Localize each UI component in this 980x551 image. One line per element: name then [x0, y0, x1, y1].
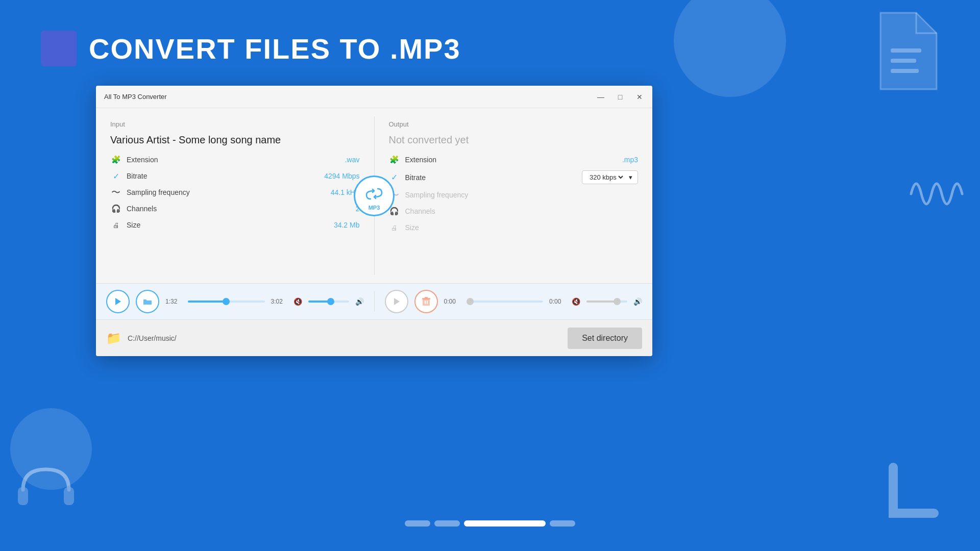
svg-rect-9	[425, 297, 428, 298]
svg-rect-0	[891, 48, 921, 53]
input-extension-row: 🧩 Extension .wav	[110, 154, 360, 165]
window-title: All To MP3 Converter	[104, 93, 167, 101]
input-volume-track[interactable]	[308, 300, 349, 303]
footer-bar: 📁 C://User/music/ Set directory	[96, 319, 652, 356]
output-total-time: 0:00	[549, 298, 566, 305]
input-size-label: Size	[127, 221, 334, 229]
input-bitrate-label: Bitrate	[127, 172, 324, 180]
svg-rect-1	[891, 59, 916, 63]
output-size-row: 🖨 Size	[389, 222, 639, 233]
output-delete-button[interactable]	[414, 290, 438, 313]
channels-icon: 🎧	[110, 203, 121, 214]
input-channels-row: 🎧 Channels 2	[110, 203, 360, 214]
panels-container: Input Various Artist - Some long song na…	[96, 108, 652, 283]
output-speaker-icon[interactable]: 🔊	[633, 297, 642, 306]
bitrate-dropdown[interactable]: 128 kbps 192 kbps 256 kbps 320 kbps ▾	[582, 170, 638, 184]
svg-rect-3	[18, 487, 28, 505]
input-sampling-row: 〜 Sampling frequency 44.1 kHZ	[110, 187, 360, 198]
page-dot-3-active[interactable]	[464, 520, 546, 527]
pagination	[405, 520, 575, 527]
directory-path: C://User/music/	[128, 334, 561, 342]
output-channels-row: 🎧 Channels	[389, 206, 639, 217]
page-dot-4[interactable]	[550, 520, 575, 527]
output-size-icon: 🖨	[389, 222, 400, 233]
input-folder-button[interactable]	[136, 290, 159, 313]
footer-folder-icon: 📁	[106, 331, 121, 345]
bitrate-select-input[interactable]: 128 kbps 192 kbps 256 kbps 320 kbps	[587, 173, 625, 182]
extension-icon: 🧩	[110, 154, 121, 165]
output-extension-icon: 🧩	[389, 154, 400, 165]
maximize-button[interactable]: □	[616, 92, 625, 102]
output-sampling-row: 〜 Sampling frequency	[389, 189, 639, 201]
output-progress-thumb[interactable]	[467, 298, 474, 305]
output-bitrate-label: Bitrate	[405, 173, 582, 182]
output-label: Output	[389, 120, 639, 128]
input-size-row: 🖨 Size 34.2 Mb	[110, 219, 360, 231]
bitrate-check-icon: ✓	[110, 170, 121, 182]
input-progress-track[interactable]	[188, 300, 265, 303]
output-status: Not converted yet	[389, 134, 639, 146]
input-sampling-label: Sampling frequency	[127, 188, 331, 196]
input-progress-thumb[interactable]	[223, 298, 230, 305]
input-extension-value: .wav	[345, 156, 360, 164]
input-extension-label: Extension	[127, 156, 345, 164]
page-header: CONVERT FILES TO .MP3	[41, 31, 461, 66]
window-controls: — □ ✕	[596, 92, 644, 102]
convert-badge-text: MP3	[369, 205, 380, 211]
player-bar: 1:32 3:02 🔇 🔊	[96, 283, 652, 319]
output-panel: Output Not converted yet 🧩 Extension .mp…	[375, 108, 653, 283]
input-size-value: 34.2 Mb	[334, 221, 360, 229]
svg-rect-7	[427, 300, 428, 304]
input-bitrate-row: ✓ Bitrate 4294 Mbps	[110, 170, 360, 182]
input-play-button[interactable]	[106, 290, 130, 313]
output-extension-row: 🧩 Extension .mp3	[389, 154, 639, 165]
title-bar: All To MP3 Converter — □ ✕	[96, 86, 652, 108]
set-directory-button[interactable]: Set directory	[568, 328, 642, 349]
input-panel: Input Various Artist - Some long song na…	[96, 108, 374, 283]
output-volume-fill	[586, 300, 617, 303]
input-speaker-icon[interactable]: 🔊	[355, 297, 364, 306]
svg-rect-2	[891, 69, 919, 73]
bg-wave-icon	[906, 163, 967, 224]
output-sampling-label: Sampling frequency	[405, 191, 639, 199]
header-accent-square	[41, 31, 77, 66]
output-extension-value: .mp3	[622, 156, 638, 164]
svg-rect-4	[64, 487, 74, 505]
close-button[interactable]: ✕	[635, 92, 644, 102]
input-total-time: 3:02	[271, 298, 287, 305]
output-volume-thumb[interactable]	[614, 298, 621, 305]
size-icon: 🖨	[110, 219, 121, 231]
minimize-button[interactable]: —	[596, 92, 605, 102]
svg-rect-5	[423, 299, 430, 306]
page-dot-2[interactable]	[434, 520, 460, 527]
output-current-time: 0:00	[444, 298, 460, 305]
output-play-button[interactable]	[385, 290, 408, 313]
svg-rect-6	[425, 300, 426, 304]
window-content: Input Various Artist - Some long song na…	[96, 108, 652, 356]
song-title: Various Artist - Some long song name	[110, 134, 360, 146]
input-channels-label: Channels	[127, 205, 356, 213]
convert-badge: MP3	[354, 176, 395, 216]
input-mute-icon[interactable]: 🔇	[293, 297, 302, 306]
output-extension-label: Extension	[405, 156, 622, 164]
player-divider	[374, 291, 375, 312]
bg-headphones-icon	[13, 454, 79, 520]
output-bitrate-check-icon: ✓	[389, 172, 400, 183]
input-volume-thumb[interactable]	[327, 298, 334, 305]
bg-file-icon	[870, 8, 942, 94]
bitrate-dropdown-arrow: ▾	[629, 173, 632, 181]
input-progress-fill	[188, 300, 226, 303]
output-bitrate-row: ✓ Bitrate 128 kbps 192 kbps 256 kbps 320…	[389, 170, 639, 184]
page-dot-1[interactable]	[405, 520, 430, 527]
input-label: Input	[110, 120, 360, 128]
bg-l-decoration	[878, 462, 939, 531]
output-channels-label: Channels	[405, 207, 639, 215]
input-current-time: 1:32	[165, 298, 182, 305]
output-size-label: Size	[405, 223, 639, 232]
output-volume-track[interactable]	[586, 300, 627, 303]
sampling-icon: 〜	[110, 187, 121, 198]
page-title: CONVERT FILES TO .MP3	[89, 32, 461, 65]
bg-decoration-circle-1	[674, 0, 786, 97]
output-progress-track[interactable]	[467, 300, 544, 303]
output-mute-icon[interactable]: 🔇	[572, 297, 580, 306]
